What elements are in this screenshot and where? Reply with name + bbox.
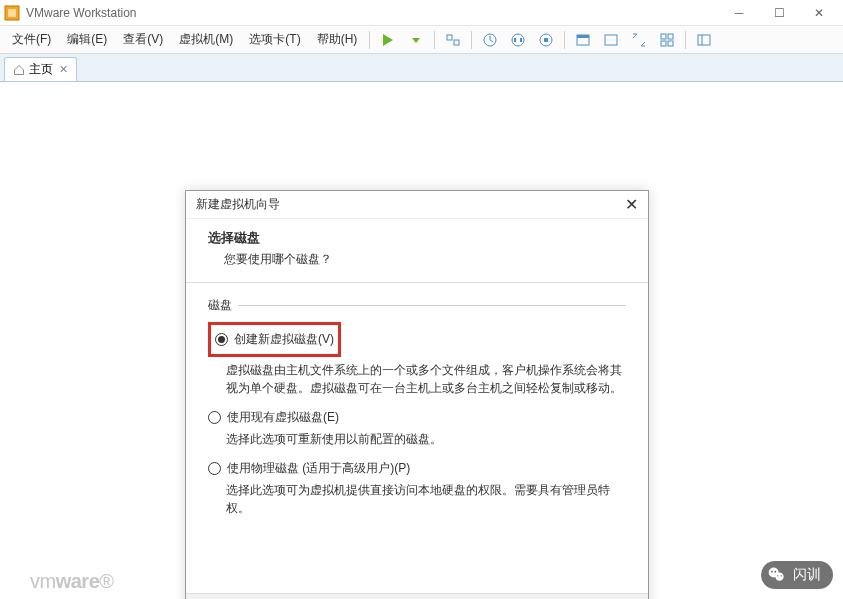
svg-point-7 — [512, 34, 524, 46]
tile-icon[interactable] — [655, 28, 679, 52]
dialog-footer: 帮助 < 上一步(B) 下一步(N) > 取消 — [186, 593, 648, 599]
dialog-heading: 选择磁盘 — [208, 229, 626, 247]
menu-view[interactable]: 查看(V) — [115, 27, 171, 52]
separator — [685, 31, 686, 49]
svg-rect-1 — [8, 9, 16, 17]
fullscreen-icon[interactable] — [571, 28, 595, 52]
unity-icon[interactable] — [599, 28, 623, 52]
svg-point-22 — [775, 571, 777, 573]
radio-use-existing-disk[interactable]: 使用现有虚拟磁盘(E) — [208, 409, 626, 426]
radio-label: 创建新虚拟磁盘(V) — [234, 331, 334, 348]
fieldset-disk: 磁盘 — [208, 297, 626, 314]
separator — [564, 31, 565, 49]
svg-point-24 — [781, 575, 782, 576]
radio-label: 使用物理磁盘 (适用于高级用户)(P) — [227, 460, 410, 477]
svg-marker-2 — [383, 34, 393, 46]
svg-rect-13 — [661, 34, 666, 39]
wechat-icon — [767, 565, 787, 585]
svg-rect-16 — [668, 41, 673, 46]
manage-icon[interactable] — [534, 28, 558, 52]
power-dropdown-icon[interactable] — [404, 28, 428, 52]
tab-home[interactable]: 主页 ✕ — [4, 57, 77, 81]
svg-rect-5 — [454, 40, 459, 45]
radio-create-new-disk[interactable]: 创建新虚拟磁盘(V) — [215, 331, 334, 348]
highlighted-option: 创建新虚拟磁盘(V) — [208, 322, 341, 357]
tabbar: 主页 ✕ — [0, 54, 843, 82]
dialog-title: 新建虚拟机向导 — [196, 196, 625, 213]
menu-edit[interactable]: 编辑(E) — [59, 27, 115, 52]
radio-icon — [215, 333, 228, 346]
revert-icon[interactable] — [478, 28, 502, 52]
separator — [434, 31, 435, 49]
svg-point-21 — [771, 571, 773, 573]
new-vm-wizard-dialog: 新建虚拟机向导 ✕ 选择磁盘 您要使用哪个磁盘？ 磁盘 创建新虚拟磁盘(V) 虚… — [185, 190, 649, 599]
menu-vm[interactable]: 虚拟机(M) — [171, 27, 241, 52]
dialog-subtitle: 您要使用哪个磁盘？ — [224, 251, 626, 268]
svg-rect-12 — [605, 35, 617, 45]
home-icon — [13, 64, 25, 76]
suspend-icon[interactable] — [506, 28, 530, 52]
tab-home-label: 主页 — [29, 61, 53, 78]
dialog-header: 新建虚拟机向导 ✕ — [186, 191, 648, 219]
dialog-body: 磁盘 创建新虚拟磁盘(V) 虚拟磁盘由主机文件系统上的一个或多个文件组成，客户机… — [186, 283, 648, 543]
separator — [471, 31, 472, 49]
radio-use-physical-disk[interactable]: 使用物理磁盘 (适用于高级用户)(P) — [208, 460, 626, 477]
window-titlebar: VMware Workstation ─ ☐ ✕ — [0, 0, 843, 26]
minimize-button[interactable]: ─ — [719, 0, 759, 26]
menu-tabs[interactable]: 选项卡(T) — [241, 27, 308, 52]
app-icon — [4, 5, 20, 21]
separator — [369, 31, 370, 49]
background-decoration — [643, 82, 843, 599]
radio-icon — [208, 411, 221, 424]
svg-rect-4 — [447, 35, 452, 40]
svg-rect-11 — [577, 35, 589, 38]
svg-rect-15 — [661, 41, 666, 46]
content-area: 新建虚拟机向导 ✕ 选择磁盘 您要使用哪个磁盘？ 磁盘 创建新虚拟磁盘(V) 虚… — [0, 82, 843, 599]
vmware-watermark: vmware® — [30, 570, 114, 593]
window-title: VMware Workstation — [26, 6, 719, 20]
menu-file[interactable]: 文件(F) — [4, 27, 59, 52]
menu-help[interactable]: 帮助(H) — [309, 27, 366, 52]
svg-marker-3 — [412, 38, 420, 43]
dialog-close-icon[interactable]: ✕ — [625, 195, 638, 214]
maximize-button[interactable]: ☐ — [759, 0, 799, 26]
radio-desc-physical: 选择此选项可为虚拟机提供直接访问本地硬盘的权限。需要具有管理员特权。 — [226, 481, 626, 517]
close-button[interactable]: ✕ — [799, 0, 839, 26]
stretch-icon[interactable] — [627, 28, 651, 52]
svg-point-20 — [775, 573, 783, 581]
library-icon[interactable] — [692, 28, 716, 52]
radio-icon — [208, 462, 221, 475]
svg-point-23 — [777, 575, 778, 576]
radio-desc-create: 虚拟磁盘由主机文件系统上的一个或多个文件组成，客户机操作系统会将其视为单个硬盘。… — [226, 361, 626, 397]
radio-label: 使用现有虚拟磁盘(E) — [227, 409, 339, 426]
svg-rect-14 — [668, 34, 673, 39]
dialog-heading-area: 选择磁盘 您要使用哪个磁盘？ — [186, 219, 648, 283]
svg-rect-17 — [698, 35, 710, 45]
poweron-icon[interactable] — [376, 28, 400, 52]
svg-rect-9 — [544, 38, 548, 42]
wechat-label: 闪训 — [793, 566, 821, 584]
menubar: 文件(F) 编辑(E) 查看(V) 虚拟机(M) 选项卡(T) 帮助(H) — [0, 26, 843, 54]
radio-desc-existing: 选择此选项可重新使用以前配置的磁盘。 — [226, 430, 626, 448]
wechat-watermark: 闪训 — [761, 561, 833, 589]
snapshot-icon[interactable] — [441, 28, 465, 52]
tab-close-icon[interactable]: ✕ — [59, 63, 68, 76]
